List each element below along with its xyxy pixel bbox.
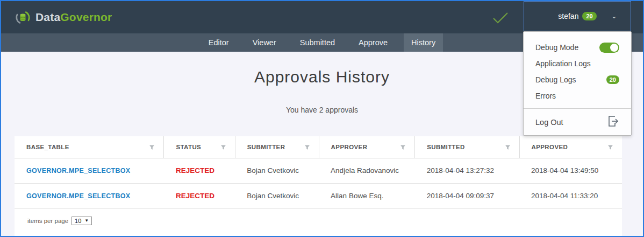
filter-icon[interactable] [220, 144, 226, 151]
menu-item-label: Errors [535, 92, 556, 100]
cell-status: REJECTED [164, 183, 235, 208]
column-label: APPROVER [331, 144, 368, 150]
debug-logs-badge: 20 [606, 75, 619, 84]
user-name: stefan [558, 12, 578, 20]
select-arrow-icon: ▼ [84, 218, 89, 223]
nav-item-submitted[interactable]: Submitted [292, 33, 342, 52]
column-header-submitter: SUBMITTER [235, 136, 319, 158]
column-label: STATUS [176, 144, 201, 150]
user-menu-button[interactable]: stefan 20 ⌄ [524, 1, 631, 31]
filter-icon[interactable] [607, 144, 613, 151]
column-header-base-table: BASE_TABLE [15, 136, 164, 158]
debug-mode-toggle[interactable] [599, 43, 619, 53]
menu-item-label: Debug Mode [535, 43, 578, 52]
items-per-page-label: items per page [27, 218, 68, 224]
filter-icon[interactable] [304, 144, 310, 151]
logo-text-data: Data [35, 11, 60, 23]
column-header-submitted: SUBMITTED [415, 136, 519, 158]
table-row: GOVERNOR.MPE_SELECTBOX REJECTED Bojan Cv… [15, 158, 622, 183]
menu-item-label: Debug Logs [535, 75, 576, 84]
cell-submitted: 2018-04-04 09:09:37 [415, 183, 519, 208]
filter-icon[interactable] [149, 144, 155, 151]
column-label: SUBMITTER [247, 144, 285, 150]
filter-icon[interactable] [505, 144, 511, 151]
column-header-approver: APPROVER [319, 136, 415, 158]
column-header-approved: APPROVED [519, 136, 622, 158]
menu-item-label: Log Out [535, 118, 563, 127]
menu-item-debug-mode[interactable]: Debug Mode [524, 39, 631, 55]
menu-item-debug-logs[interactable]: Debug Logs 20 [524, 72, 631, 88]
items-per-page-select[interactable]: 10 ▼ [71, 217, 92, 225]
app-logo[interactable]: DataGovernor [15, 10, 112, 25]
table-row: GOVERNOR.MPE_SELECTBOX REJECTED Bojan Cv… [15, 183, 622, 208]
filter-icon[interactable] [400, 144, 406, 151]
cell-submitted: 2018-04-04 13:27:32 [415, 158, 519, 183]
column-header-status: STATUS [164, 136, 235, 158]
checkmark-icon [492, 11, 509, 26]
cell-base-table-link[interactable]: GOVERNOR.MPE_SELECTBOX [15, 158, 164, 183]
table-header-row: BASE_TABLE STATUS SUBMITTER APPROVER SUB… [15, 136, 622, 158]
nav-item-editor[interactable]: Editor [201, 33, 237, 52]
column-label: APPROVED [532, 144, 568, 150]
table-footer: items per page 10 ▼ [15, 209, 622, 225]
items-per-page-value: 10 [75, 218, 81, 224]
cell-approver: Andjela Radovanovic [319, 158, 415, 183]
cell-submitter: Bojan Cvetkovic [235, 158, 319, 183]
nav-item-history[interactable]: History [404, 33, 443, 52]
column-label: SUBMITTED [427, 144, 465, 150]
user-dropdown-menu: Debug Mode Application Logs Debug Logs 2… [523, 31, 632, 136]
cell-base-table-link[interactable]: GOVERNOR.MPE_SELECTBOX [15, 183, 164, 208]
cell-status: REJECTED [164, 158, 235, 183]
menu-item-label: Application Logs [535, 59, 591, 68]
toggle-knob [610, 44, 618, 52]
cell-approved: 2018-04-04 13:49:50 [519, 158, 622, 183]
nav-item-approve[interactable]: Approve [351, 33, 395, 52]
menu-item-application-logs[interactable]: Application Logs [524, 55, 631, 72]
logo-text: DataGovernor [35, 11, 112, 24]
cell-approver: Allan Bowe Esq. [319, 183, 415, 208]
column-label: BASE_TABLE [26, 144, 69, 150]
nav-item-viewer[interactable]: Viewer [245, 33, 284, 52]
menu-item-log-out[interactable]: Log Out [524, 109, 631, 135]
approvals-table: BASE_TABLE STATUS SUBMITTER APPROVER SUB… [15, 136, 622, 209]
user-badge: 20 [582, 12, 596, 20]
menu-item-errors[interactable]: Errors [524, 88, 631, 104]
database-logo-icon [15, 10, 31, 25]
logo-text-governor: Governor [60, 11, 112, 23]
cell-submitter: Bojan Cvetkovic [235, 183, 319, 208]
chevron-down-icon: ⌄ [612, 13, 617, 20]
approvals-table-card: BASE_TABLE STATUS SUBMITTER APPROVER SUB… [15, 136, 622, 236]
logout-icon [606, 115, 619, 129]
app-header: DataGovernor stefan 20 ⌄ [1, 1, 643, 33]
cell-approved: 2018-04-04 11:33:20 [519, 183, 622, 208]
